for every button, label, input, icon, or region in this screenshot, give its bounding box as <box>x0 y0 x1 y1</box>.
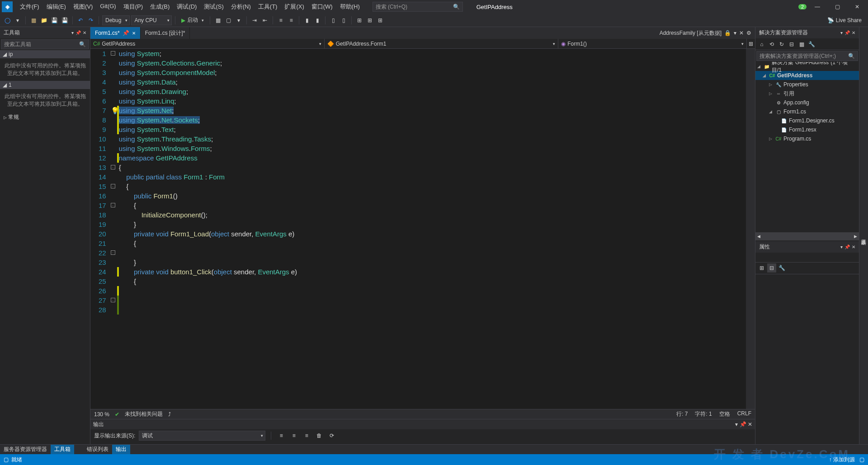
collapse-icon[interactable]: ⊟ <box>787 40 796 49</box>
toolbar-icon[interactable]: ▯ <box>329 16 338 25</box>
close-icon[interactable]: ✕ <box>739 30 744 36</box>
home-icon[interactable]: ⌂ <box>757 40 766 49</box>
tab-form1-design[interactable]: Form1.cs [设计]* <box>141 27 190 39</box>
menu-item[interactable]: 视图(V) <box>70 1 96 13</box>
code-editor[interactable]: 1234567891011121314151617181920212223242… <box>90 49 755 409</box>
output-icon[interactable]: 🗑 <box>315 431 324 440</box>
alpha-icon[interactable]: ⊟ <box>767 263 776 272</box>
save-all-icon[interactable]: 💾 <box>60 16 69 25</box>
gear-icon[interactable]: ⚙ <box>746 30 751 36</box>
menu-item[interactable]: 工具(T) <box>255 1 281 13</box>
dropdown-icon[interactable]: ▾ <box>71 30 74 35</box>
col-indicator[interactable]: 字符: 1 <box>695 410 712 418</box>
toolbox-search-input[interactable]: 搜索工具箱🔍 <box>1 39 89 49</box>
menu-item[interactable]: 测试(S) <box>200 1 227 13</box>
toolbar-icon[interactable]: ▾ <box>234 16 243 25</box>
pin-icon[interactable]: 📌 <box>844 30 850 35</box>
toolbar-icon[interactable]: ⊞ <box>365 16 374 25</box>
indent-indicator[interactable]: 空格 <box>719 410 730 418</box>
menu-item[interactable]: Git(G) <box>96 1 119 13</box>
solution-tree[interactable]: ◢📁解决方案"GetIPAddress"(1 个项目/1 ◢C#GetIPAdd… <box>755 62 859 232</box>
pin-icon[interactable]: 📌 <box>740 421 746 427</box>
forward-button[interactable]: ▾ <box>13 16 22 25</box>
solution-root-node[interactable]: ◢📁解决方案"GetIPAddress"(1 个项目/1 <box>755 62 859 71</box>
back-button[interactable]: ◯ <box>3 16 12 25</box>
toolbox-group-1[interactable]: ◢1 <box>0 81 90 89</box>
encoding-indicator[interactable]: CRLF <box>737 410 751 418</box>
refresh-icon[interactable]: ↻ <box>777 40 786 49</box>
menu-item[interactable]: 生成(B) <box>146 1 173 13</box>
properties-combo[interactable] <box>755 253 859 263</box>
dropdown-icon[interactable]: ▾ <box>840 30 843 35</box>
side-tab-diagnostics[interactable]: 诊断工具 <box>859 27 868 444</box>
toolbar-icon[interactable]: ⊞ <box>355 16 364 25</box>
dropdown-icon[interactable]: ▾ <box>734 30 736 36</box>
form1-cs-node[interactable]: ◢▢Form1.cs <box>755 107 859 116</box>
properties-grid[interactable] <box>755 274 859 445</box>
close-button[interactable]: ✕ <box>848 0 866 13</box>
toolbox-group-ip[interactable]: ◢ip <box>0 50 90 58</box>
issues-label[interactable]: 未找到相关问题 <box>125 410 163 418</box>
chevron-icon[interactable]: ⤴ <box>168 411 171 418</box>
nav-member-dropdown[interactable]: ◉Form1()▾ <box>558 39 747 48</box>
open-icon[interactable]: 📁 <box>39 16 48 25</box>
menu-item[interactable]: 编辑(E) <box>43 1 70 13</box>
menu-item[interactable]: 调试(D) <box>173 1 200 13</box>
form1-designer-node[interactable]: 📄Form1.Designer.cs <box>755 116 859 125</box>
solution-search-input[interactable]: 搜索解决方案资源管理器(Ctrl+;)🔍 <box>756 51 858 61</box>
config-dropdown[interactable]: Debug <box>102 15 130 25</box>
maximize-button[interactable]: ▢ <box>828 0 846 13</box>
menu-item[interactable]: 帮助(H) <box>336 1 363 13</box>
redo-icon[interactable]: ↷ <box>86 16 95 25</box>
status-icon[interactable]: ▢ <box>859 456 864 463</box>
pin-icon[interactable]: 📌 <box>75 30 81 35</box>
toolbar-icon[interactable]: ▮ <box>313 16 322 25</box>
start-debug-button[interactable]: ▶启动▾ <box>179 15 207 25</box>
add-source-button[interactable]: ↑ 添加到源 <box>829 456 855 464</box>
nav-class-dropdown[interactable]: 🔶GetIPAddress.Form1▾ <box>325 39 559 48</box>
toolbar-icon[interactable]: ▢ <box>224 16 233 25</box>
output-icon[interactable]: ≡ <box>277 431 286 440</box>
menu-item[interactable]: 扩展(X) <box>281 1 307 13</box>
toolbar-icon[interactable]: ▦ <box>213 16 222 25</box>
notification-badge[interactable]: 2 <box>798 4 807 9</box>
menu-item[interactable]: 项目(P) <box>120 1 146 13</box>
properties-node[interactable]: ▷🔧Properties <box>755 80 859 89</box>
pin-icon[interactable]: 📌 <box>844 244 850 249</box>
events-icon[interactable]: 🔧 <box>777 263 786 272</box>
toolbar-icon[interactable]: ⊞ <box>376 16 385 25</box>
toolbar-icon[interactable]: ⇤ <box>260 16 269 25</box>
close-icon[interactable]: ✕ <box>83 30 86 35</box>
toolbar-icon[interactable]: ▮ <box>302 16 311 25</box>
menu-item[interactable]: 分析(N) <box>227 1 255 13</box>
close-icon[interactable]: ✕ <box>132 31 136 36</box>
bottom-tab[interactable]: 工具箱 <box>51 445 74 454</box>
metadata-tab-label[interactable]: AddressFamily [从元数据] <box>660 29 722 37</box>
show-all-icon[interactable]: ▦ <box>797 40 806 49</box>
split-icon[interactable]: ⊞ <box>747 39 755 48</box>
pin-icon[interactable]: 📌 <box>123 30 129 36</box>
toolbar-icon[interactable]: ⇥ <box>250 16 259 25</box>
toolbar-icon[interactable]: ≡ <box>276 16 285 25</box>
dropdown-icon[interactable]: ▾ <box>840 244 843 249</box>
close-icon[interactable]: ✕ <box>852 244 855 249</box>
program-cs-node[interactable]: ▷C#Program.cs <box>755 134 859 143</box>
save-icon[interactable]: 💾 <box>50 16 59 25</box>
minimize-button[interactable]: — <box>808 0 826 13</box>
toolbar-icon[interactable]: ▯ <box>339 16 348 25</box>
output-icon[interactable]: ⟳ <box>327 431 336 440</box>
scrollbar-vertical[interactable] <box>746 49 755 409</box>
new-project-icon[interactable]: ▦ <box>29 16 38 25</box>
references-node[interactable]: ▷▫▫引用 <box>755 89 859 98</box>
tab-form1-cs[interactable]: Form1.cs*📌✕ <box>90 27 141 39</box>
close-icon[interactable]: ✕ <box>852 30 855 35</box>
close-icon[interactable]: ✕ <box>748 421 752 427</box>
output-icon[interactable]: ≡ <box>289 431 298 440</box>
scrollbar-horizontal[interactable]: ◀▶ <box>755 232 859 240</box>
zoom-level[interactable]: 130 % <box>94 411 109 418</box>
global-search-input[interactable]: 搜索 (Ctrl+Q)🔍 <box>373 2 463 12</box>
bottom-tab[interactable]: 服务器资源管理器 <box>0 445 51 454</box>
toolbox-group-general[interactable]: ▷ 常规 <box>0 112 90 123</box>
menu-item[interactable]: 文件(F) <box>16 1 43 13</box>
undo-icon[interactable]: ↶ <box>76 16 85 25</box>
